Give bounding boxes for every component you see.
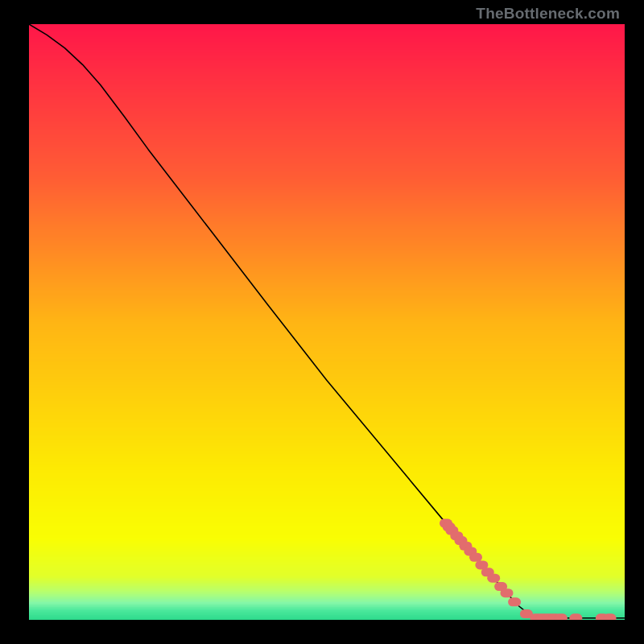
chart-frame: TheBottleneck.com: [0, 0, 644, 644]
watermark-text: TheBottleneck.com: [476, 5, 620, 23]
curve-marker: [500, 588, 513, 597]
curve-marker: [604, 613, 617, 620]
plot-area: [29, 24, 625, 620]
gradient-background: [29, 24, 625, 620]
curve-marker: [508, 597, 521, 606]
curve-marker: [569, 613, 582, 620]
curve-marker: [469, 553, 482, 562]
chart-svg: [29, 24, 625, 620]
curve-marker: [555, 613, 568, 620]
curve-marker: [487, 574, 500, 583]
